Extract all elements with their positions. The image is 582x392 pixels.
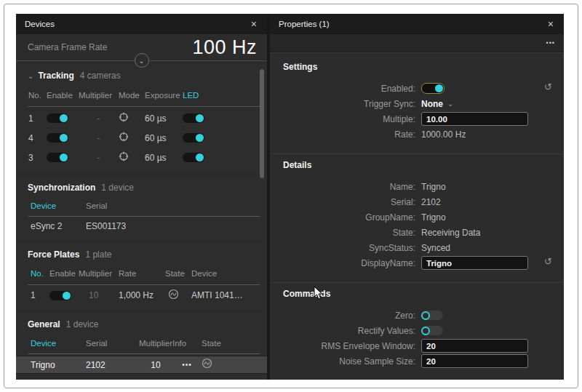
frame-rate-expander-button[interactable]: ⌄ [135,53,149,68]
properties-toolbar: ••• [270,34,564,52]
general-row-trigno[interactable]: Trigno 2102 10 ••• [16,356,267,374]
properties-panel-title: Properties (1) [279,20,330,28]
tracking-row-1[interactable]: 1 - 60 µs [16,108,267,128]
serial-value: 2102 [421,197,441,207]
name-value: Trigno [421,182,446,192]
screenshot-stage: Devices × Camera Frame Rate 100 Hz ⌄ ⌄Tr… [0,0,582,392]
state-row: State: Receiving Data [270,225,564,240]
groupname-label: GroupName: [270,212,421,223]
multiplier-value: 10 [79,290,119,300]
zero-label: Zero: [270,311,421,321]
table-divider [28,216,260,217]
col-multiplier: Multiplier [79,91,119,100]
multiple-input[interactable] [421,112,528,126]
led-toggle[interactable] [183,113,204,123]
displayname-row: DisplayName: ↺ [270,255,564,271]
commands-section-title: Commands [270,289,564,299]
general-section-title[interactable]: General1 device [16,319,267,331]
enable-toggle[interactable] [47,113,68,123]
col-serial: Serial [86,201,267,210]
plate-number: 1 [31,290,49,300]
force-plates-section-title[interactable]: Force Plates1 plate [16,249,267,261]
properties-close-icon[interactable]: × [546,19,555,29]
camera-mode-icon[interactable] [119,132,145,145]
enable-toggle[interactable] [47,133,68,143]
rms-envelope-input[interactable] [421,339,528,353]
displayname-input[interactable] [421,256,528,270]
force-title-text: Force Plates [28,249,79,260]
exposure-value: 60 µs [145,113,183,124]
sync-title-text: Synchronization [28,183,95,193]
camera-frame-rate-value: 100 Hz [192,36,257,59]
camera-mode-icon[interactable] [119,112,145,125]
rectify-label: Rectify Values: [270,326,421,336]
enable-toggle[interactable] [49,291,71,300]
zero-toggle[interactable] [421,311,443,320]
devices-scrollbar[interactable] [260,69,264,178]
settings-section-title: Settings [270,62,564,72]
sync-row-1[interactable]: eSync 2 ES001173 [16,218,267,234]
force-table-header: No. Enable Multiplier Rate State Device [16,265,267,282]
chevron-down-icon[interactable]: ⌄ [447,100,453,108]
chevron-down-icon: ⌄ [138,57,144,65]
state-label: State: [270,228,421,238]
serial-label: Serial: [270,197,421,207]
col-mode: Mode [119,91,145,100]
tracking-title-text: Tracking [38,71,73,81]
noise-sample-input[interactable] [421,354,528,368]
groupname-value: Trigno [421,212,446,223]
app-root: Devices × Camera Frame Rate 100 Hz ⌄ ⌄Tr… [16,14,564,380]
enabled-row: Enabled: ↺ [270,81,564,96]
device-state-icon [165,289,191,303]
multiplier-value: - [97,133,100,143]
multiple-label: Multiple: [270,114,421,124]
table-divider [28,106,260,107]
more-options-icon[interactable]: ••• [546,39,555,47]
reset-icon[interactable]: ↺ [544,257,552,266]
syncstatus-label: SyncStatus: [270,243,421,253]
rate-row: Rate: 1000.00 Hz [270,127,564,142]
force-row-1[interactable]: 1 10 1,000 Hz AMTI 1041… [16,287,267,304]
camera-mode-icon[interactable] [119,151,145,164]
multiplier-value: - [97,153,100,163]
enabled-toggle[interactable] [421,83,445,94]
devices-panel-title: Devices [25,20,55,28]
tracking-row-2[interactable]: 4 - 60 µs [16,128,267,148]
device-name: AMTI 1041… [191,290,267,300]
tracking-table-header: No. Enable Multiplier Mode Exposure LED [16,87,267,104]
properties-panel: Properties (1) × ••• Settings Enabled: ↺… [270,14,564,380]
col-multiplier: Multiplier [139,339,172,348]
col-state: State [202,339,231,348]
force-plates-section: Force Plates1 plate No. Enable Multiplie… [16,243,267,310]
name-label: Name: [270,182,421,192]
reset-icon[interactable]: ↺ [544,82,552,92]
trigger-sync-dropdown[interactable]: None [421,99,443,109]
device-serial: ES001173 [86,221,267,231]
enabled-label: Enabled: [270,84,421,94]
col-info: Info [172,339,202,348]
info-ellipsis-icon[interactable]: ••• [182,361,192,369]
synchronization-section-title[interactable]: Synchronization1 device [16,183,267,194]
exposure-value: 60 µs [145,153,183,163]
noise-row: Noise Sample Size: [270,353,564,369]
sync-table-header: Device Serial [16,198,267,214]
tracking-count: 4 cameras [80,71,121,81]
synchronization-section: Synchronization1 device Device Serial eS… [16,176,267,240]
displayname-label: DisplayName: [270,258,421,268]
col-no: No. [28,91,47,100]
led-toggle[interactable] [183,133,204,143]
tracking-section: ⌄Tracking4 cameras No. Enable Multiplier… [16,64,267,173]
settings-section: Settings Enabled: ↺ Trigger Sync: None ⌄… [270,52,564,153]
rectify-values-toggle[interactable] [421,326,443,335]
exposure-value: 60 µs [145,133,183,143]
rms-envelope-label: RMS Envelope Window: [270,341,421,351]
details-section: Details Name: Trigno Serial: 2102 GroupN… [270,153,564,282]
enable-toggle[interactable] [47,153,68,162]
led-toggle[interactable] [183,153,204,162]
tracking-row-3[interactable]: 3 - 60 µs [16,148,267,167]
col-no: No. [31,269,49,278]
serial-row: Serial: 2102 [270,194,564,209]
tracking-section-title[interactable]: ⌄Tracking4 cameras [16,71,267,82]
col-state: State [165,269,191,278]
devices-close-icon[interactable]: × [250,19,258,29]
